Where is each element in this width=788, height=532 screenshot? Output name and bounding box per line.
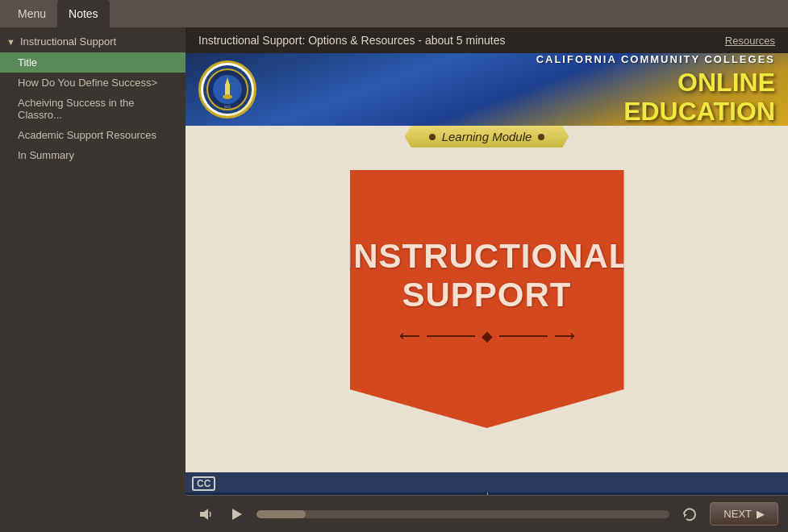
- content-panel: Instructional Support: Options & Resourc…: [186, 27, 788, 532]
- collapse-arrow-icon: ▼: [6, 37, 15, 47]
- next-arrow-icon: ▶: [757, 508, 765, 520]
- svg-text:CCC: CCC: [224, 105, 231, 109]
- sidebar: ▼ Instructional Support Title How Do You…: [0, 27, 186, 532]
- resources-button[interactable]: Resources: [725, 35, 775, 47]
- content-header: Instructional Support: Options & Resourc…: [186, 27, 788, 53]
- controls-bar: NEXT ▶: [186, 495, 788, 532]
- sidebar-item-title[interactable]: Title: [0, 52, 186, 73]
- play-icon: [229, 506, 245, 522]
- lm-dot-right: [538, 134, 544, 140]
- deco-line-right: [499, 335, 548, 337]
- playback-progress-bar[interactable]: [256, 510, 669, 518]
- next-label: NEXT: [723, 508, 752, 520]
- lm-dot-left: [429, 134, 436, 140]
- replay-button[interactable]: [678, 502, 702, 526]
- slide-header: CCC CALIFORNIA COMMUNITY COLLEGES ONLINE…: [186, 53, 788, 126]
- pennant-line1: INSTRUCTIONAL: [344, 237, 631, 276]
- cc-badge: CC: [192, 476, 215, 491]
- learning-module-text: Learning Module: [442, 130, 532, 143]
- online-line1: ONLINE: [623, 69, 775, 97]
- tab-menu[interactable]: Menu: [6, 0, 57, 27]
- banner-wrapper: Learning Module: [186, 126, 788, 148]
- online-education-text: ONLINE EDUCATION: [623, 69, 775, 125]
- online-line2: EDUCATION: [623, 98, 775, 126]
- progress-marker: [487, 493, 488, 495]
- svg-marker-5: [200, 509, 208, 520]
- svg-rect-2: [225, 84, 230, 95]
- slide-main-body: Learning Module INSTRUCTIONAL SUPPORT: [186, 126, 788, 472]
- sidebar-item-how-do-you[interactable]: How Do You Define Success>: [0, 73, 186, 93]
- deco-center-icon: ◆: [482, 327, 493, 345]
- play-button[interactable]: [226, 503, 248, 526]
- ccc-title: CALIFORNIA COMMUNITY COLLEGES: [536, 53, 775, 65]
- deco-left-icon: ⟵: [399, 327, 420, 345]
- progress-line: [186, 493, 788, 495]
- next-button[interactable]: NEXT ▶: [710, 502, 778, 526]
- main-area: ▼ Instructional Support Title How Do You…: [0, 27, 788, 532]
- deco-line-left: [427, 335, 475, 337]
- header-title-block: CALIFORNIA COMMUNITY COLLEGES ONLINE EDU…: [256, 53, 775, 125]
- sidebar-section-label: Instructional Support: [20, 35, 116, 48]
- slide-bottom: CC: [186, 472, 788, 495]
- pennant-line2: SUPPORT: [344, 276, 631, 314]
- deco-right-icon: ⟶: [554, 327, 575, 345]
- college-logo: CCC: [198, 60, 256, 118]
- tab-notes[interactable]: Notes: [57, 0, 110, 27]
- volume-icon: [198, 506, 215, 522]
- pennant-title: INSTRUCTIONAL SUPPORT: [344, 237, 631, 315]
- learning-module-banner: Learning Module: [405, 126, 569, 148]
- svg-marker-6: [232, 509, 242, 520]
- slide-content: CCC CALIFORNIA COMMUNITY COLLEGES ONLINE…: [186, 53, 788, 495]
- logo-inner: CCC: [203, 65, 252, 114]
- sidebar-item-achieving[interactable]: Acheiving Success in the Classro...: [0, 93, 186, 125]
- slide-area: CCC CALIFORNIA COMMUNITY COLLEGES ONLINE…: [186, 53, 788, 495]
- svg-point-3: [223, 94, 232, 99]
- logo-svg: CCC: [206, 68, 249, 111]
- slide-frame: CCC CALIFORNIA COMMUNITY COLLEGES ONLINE…: [186, 53, 788, 495]
- tab-bar: Menu Notes: [0, 0, 788, 27]
- sidebar-section-header[interactable]: ▼ Instructional Support: [0, 31, 186, 52]
- pennant-decoration: ⟵ ◆ ⟶: [399, 327, 575, 345]
- content-title: Instructional Support: Options & Resourc…: [198, 34, 506, 47]
- sidebar-item-academic[interactable]: Academic Support Resources: [0, 125, 186, 145]
- progress-bar-fill: [256, 510, 306, 518]
- orange-pennant: INSTRUCTIONAL SUPPORT ⟵ ◆ ⟶: [350, 170, 624, 428]
- volume-button[interactable]: [195, 503, 218, 526]
- svg-marker-7: [684, 514, 687, 517]
- replay-icon: [681, 505, 698, 523]
- sidebar-item-summary[interactable]: In Summary: [0, 145, 186, 165]
